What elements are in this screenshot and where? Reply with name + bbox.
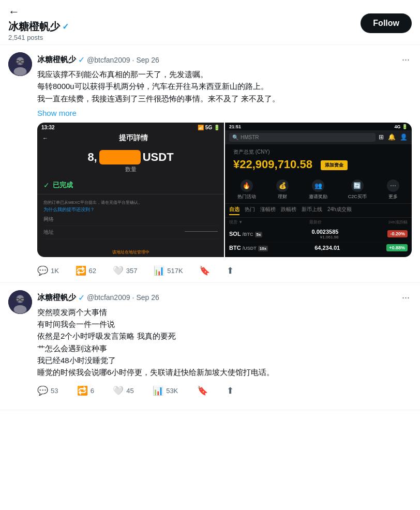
c2c-icon: 🔄: [351, 179, 364, 192]
left-back-icon[interactable]: ←: [42, 135, 48, 141]
retweet-count-2: 6: [91, 387, 94, 395]
svg-point-12: [14, 305, 26, 313]
retweet-icon: 🔁: [76, 265, 86, 276]
status-check-icon: ✓: [43, 181, 50, 189]
right-status-bar: 21:51 4G 🔋: [225, 123, 412, 130]
tweet-1-date: Sep 26: [136, 56, 159, 64]
reply-count-2: 53: [51, 387, 58, 395]
views-count-2: 53K: [166, 387, 178, 395]
tweet-2-meta: 冰糖橙帆少 ✓ @btcfan2009 · Sep 26: [37, 293, 159, 303]
bookmark-button[interactable]: 🔖: [199, 265, 210, 276]
sol-pair-info: SOL /BTC 5x: [229, 231, 262, 237]
finance-label: 理财: [278, 193, 287, 200]
tab-gainers[interactable]: 涨幅榜: [260, 206, 276, 215]
left-nav-title: 提帀詳情: [48, 133, 219, 143]
tab-volume[interactable]: 24h成交额: [327, 206, 352, 215]
views-icon: 📊: [154, 265, 164, 276]
bookmark-icon: 🔖: [199, 265, 210, 276]
follow-button[interactable]: Follow: [361, 13, 412, 33]
tweet-2-actions: 💬 53 🔁 6 🤍 45 📊 53K 🔖 ⬆: [37, 383, 234, 402]
sol-price-cny: ¥1,061.98: [311, 235, 338, 239]
tweet-image-left: 13:32 📶 5G 🔋 ← 提帀詳情 8, USDT 数量: [37, 123, 224, 257]
tweet-1-verified: ✓: [78, 55, 85, 65]
avatar-icon[interactable]: 👤: [400, 133, 408, 141]
col-change: 24h涨跌幅: [388, 219, 408, 225]
market-row-sol[interactable]: SOL /BTC 5x 0.0023585 ¥1,061.98 -0.20%: [225, 227, 412, 242]
tweet-1-images: 13:32 📶 5G 🔋 ← 提帀詳情 8, USDT 数量: [37, 123, 412, 257]
market-row-btc[interactable]: BTC /USDT 10x 64,234.01 +0.88%: [225, 242, 412, 254]
tweet-2-more-button[interactable]: ···: [400, 290, 412, 305]
info-link[interactable]: 为什么我的提帀还没到？: [43, 206, 218, 213]
btc-price: 64,234.01: [314, 245, 340, 251]
show-more-button[interactable]: Show more: [37, 109, 412, 117]
views-button-2[interactable]: 📊 53K: [153, 385, 178, 396]
tweet-1-text: 我应该撑不到能公布真相的那一天了，先发遗嘱。 每转8000u可以获得手机两分钟，…: [37, 68, 412, 104]
tweet-2-body: 冰糖橙帆少 ✓ @btcfan2009 · Sep 26 ··· 突然喷发两个大…: [37, 290, 412, 410]
back-button[interactable]: ←: [8, 5, 20, 19]
bookmark-button-2[interactable]: 🔖: [197, 385, 208, 396]
profile-header: ← 冰糖橙帆少 ✓ 2,541 posts Follow: [0, 0, 420, 45]
right-time: 21:51: [229, 124, 241, 129]
retweet-button[interactable]: 🔁 62: [76, 265, 96, 276]
share-button-2[interactable]: ⬆: [227, 385, 234, 396]
tweet-1-more-button[interactable]: ···: [400, 52, 412, 67]
tweet-1-header: 冰糖橙帆少 ✓ @btcfan2009 · Sep 26 ···: [37, 52, 412, 67]
tab-new[interactable]: 新币上线: [302, 206, 322, 215]
market-tabs: 自选 热门 涨幅榜 跌幅榜 新币上线 24h成交额: [225, 204, 412, 218]
tab-losers[interactable]: 跌幅榜: [281, 206, 296, 215]
tweet-1-meta: 冰糖橙帆少 ✓ @btcfan2009 · Sep 26: [37, 55, 159, 65]
btc-pair-info: BTC /USDT 10x: [229, 245, 268, 251]
invite-icon: 👥: [312, 179, 324, 192]
tab-custom[interactable]: 自选: [229, 206, 239, 215]
tweet-1-body: 冰糖橙帆少 ✓ @btcfan2009 · Sep 26 ··· 我应该撑不到能…: [37, 52, 412, 282]
btc-price-val: 64,234.01: [314, 245, 340, 251]
finance-icon: 💰: [276, 179, 289, 192]
address-val: ──────────: [185, 229, 218, 236]
views-button[interactable]: 📊 517K: [154, 265, 183, 276]
add-fund-button[interactable]: 添加资金: [321, 160, 348, 170]
share-button[interactable]: ⬆: [227, 265, 234, 276]
more-label: 更多: [388, 193, 398, 200]
reply-button[interactable]: 💬 1K: [37, 265, 59, 276]
like-button-2[interactable]: 🤍 45: [113, 385, 133, 396]
bookmark-icon-2: 🔖: [197, 385, 208, 396]
info-section: 您的订单已从MEXC平台提出，请在充值平台里确认。 为什么我的提帀还没到？ 网络…: [37, 194, 224, 242]
binance-nav: 🔍 HMSTR ⊞ 🔔 👤: [225, 130, 412, 144]
action-invite[interactable]: 👥 邀请奖励: [309, 179, 327, 200]
reply-count: 1K: [51, 267, 59, 275]
tab-hot[interactable]: 热门: [245, 206, 255, 215]
binance-action-row: 🔥 热门活动 💰 理财 👥 邀请奖励 🔄: [225, 176, 412, 204]
sol-price: 0.0023585 ¥1,061.98: [311, 229, 338, 239]
like-button[interactable]: 🤍 357: [113, 265, 138, 276]
tweet-2-handle: @btcfan2009: [87, 293, 130, 302]
like-count: 357: [126, 267, 138, 275]
tweet-1: 冰糖橙帆少 ✓ @btcfan2009 · Sep 26 ··· 我应该撑不到能…: [0, 45, 420, 283]
amount-unit: USDT: [143, 151, 174, 164]
action-more[interactable]: ⋯ 更多: [387, 179, 399, 200]
avatar-1: [8, 52, 32, 76]
action-finance[interactable]: 💰 理财: [276, 179, 289, 200]
info-address-row: 地址 ──────────: [43, 226, 218, 239]
sol-pair: SOL /BTC 5x: [229, 231, 262, 237]
more-icon: ⋯: [387, 179, 399, 192]
svg-point-3: [17, 57, 24, 65]
action-c2c[interactable]: 🔄 C2C买币: [348, 179, 367, 200]
status-text: 已完成: [53, 181, 73, 190]
svg-point-4: [14, 67, 26, 76]
bell-icon[interactable]: 🔔: [388, 133, 396, 141]
svg-point-11: [17, 295, 24, 303]
retweet-icon-2: 🔁: [77, 385, 88, 396]
right-phone-screen: 21:51 4G 🔋 🔍 HMSTR ⊞ 🔔 👤: [225, 123, 412, 257]
right-signal: 4G 🔋: [394, 124, 408, 129]
btc-change: +0.88%: [386, 244, 408, 251]
invite-label: 邀请奖励: [309, 193, 327, 200]
retweet-button-2[interactable]: 🔁 6: [77, 385, 94, 396]
search-bar[interactable]: 🔍 HMSTR: [229, 133, 376, 142]
reply-button-2[interactable]: 💬 53: [37, 385, 58, 396]
share-icon: ⬆: [227, 265, 234, 276]
tweet-1-actions: 💬 1K 🔁 62 🤍 357 📊 517K 🔖 ⬆: [37, 263, 234, 282]
left-signal: 📶 5G 🔋: [198, 125, 220, 130]
action-hot[interactable]: 🔥 热门活动: [237, 179, 256, 200]
grid-icon[interactable]: ⊞: [379, 133, 384, 141]
profile-name-text: 冰糖橙帆少: [8, 20, 60, 34]
